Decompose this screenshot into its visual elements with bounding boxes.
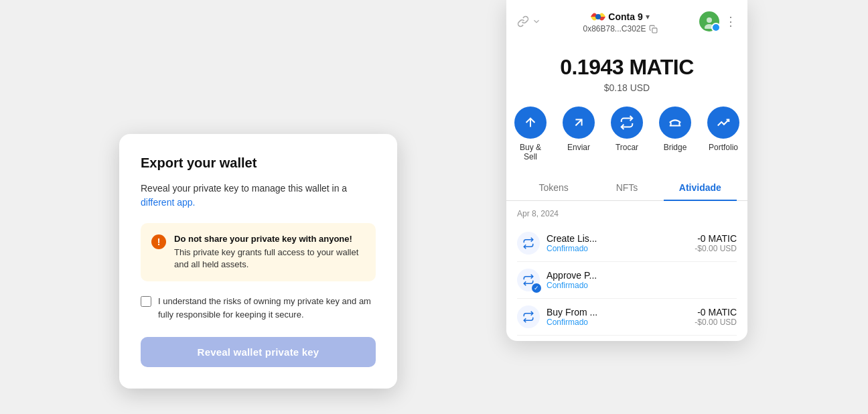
wallet-header: Conta 9 ▾ 0x86B78...C302E ⋮: [506, 0, 747, 39]
svg-point-1: [595, 14, 601, 19]
activity-section: Apr 8, 2024 Create Lis... Confirmado: [506, 201, 747, 336]
approve-name: Approve P...: [547, 270, 597, 281]
bridge-wrap: Bridge: [659, 107, 691, 161]
activity-item-left: Create Lis... Confirmado: [517, 232, 597, 255]
bridge-button[interactable]: [659, 107, 691, 139]
tab-atividade[interactable]: Atividade: [664, 176, 737, 201]
balance-section: 0.1943 MATIC $0.18 USD: [506, 39, 747, 107]
warning-icon: !: [151, 234, 166, 249]
portfolio-label: Portfolio: [709, 143, 738, 152]
create-lis-status: Confirmado: [547, 244, 597, 253]
account-logo: [591, 9, 605, 24]
approve-check-icon: ✓: [532, 283, 541, 293]
warning-box: ! Do not share your private key with any…: [141, 223, 376, 281]
activity-item-approve[interactable]: ✓ Approve P... Confirmado: [517, 262, 737, 299]
svg-line-7: [575, 119, 581, 125]
modal-description: Reveal your private key to manage this w…: [141, 182, 376, 210]
warning-body: This private key grants full access to y…: [174, 247, 365, 271]
buy-from-icon: [517, 305, 540, 328]
action-buttons: Buy & Sell Enviar Trocar: [506, 107, 747, 175]
warning-bold: Do not share your private key with anyon…: [174, 234, 365, 244]
understand-checkbox[interactable]: [141, 296, 151, 307]
account-info: Conta 9 ▾ 0x86B78...C302E: [541, 9, 699, 33]
more-icon[interactable]: ⋮: [725, 14, 737, 29]
export-modal: Export your wallet Reveal your private k…: [119, 134, 397, 389]
tabs-row: Tokens NFTs Atividade: [506, 175, 747, 201]
account-address: 0x86B78...C302E: [583, 24, 657, 33]
checkbox-row: I understand the risks of owning my priv…: [141, 295, 376, 321]
account-name: Conta 9: [608, 11, 642, 22]
buy-sell-button[interactable]: [514, 107, 547, 139]
warning-text: Do not share your private key with anyon…: [174, 234, 365, 271]
enviar-label: Enviar: [567, 143, 590, 152]
activity-item-left-approve: ✓ Approve P... Confirmado: [517, 269, 597, 291]
enviar-wrap: Enviar: [563, 107, 595, 161]
buy-sell-label: Buy & Sell: [514, 143, 547, 161]
checkbox-label: I understand the risks of owning my priv…: [158, 295, 376, 321]
activity-item-left-buy: Buy From ... Confirmado: [517, 305, 597, 328]
trocar-wrap: Trocar: [611, 107, 643, 161]
buy-from-name: Buy From ...: [547, 307, 597, 318]
create-lis-right: -0 MATIC -$0.00 USD: [695, 233, 737, 253]
copy-icon[interactable]: [649, 25, 658, 33]
create-lis-usd: -$0.00 USD: [695, 244, 737, 253]
svg-rect-2: [652, 27, 656, 32]
buy-sell-wrap: Buy & Sell: [514, 107, 547, 161]
buy-from-amount: -0 MATIC: [695, 307, 737, 318]
enviar-button[interactable]: [563, 107, 595, 139]
activity-item-buy-from[interactable]: Buy From ... Confirmado -0 MATIC -$0.00 …: [517, 299, 737, 336]
activity-date: Apr 8, 2024: [517, 209, 737, 218]
header-left: [517, 15, 541, 27]
link-icon[interactable]: [517, 15, 541, 27]
buy-from-usd: -$0.00 USD: [695, 318, 737, 327]
modal-title: Export your wallet: [141, 155, 376, 171]
create-lis-icon: [517, 232, 540, 255]
reveal-button[interactable]: Reveal wallet private key: [141, 337, 376, 367]
create-lis-name: Create Lis...: [547, 233, 597, 244]
create-lis-amount: -0 MATIC: [695, 233, 737, 244]
buy-from-right: -0 MATIC -$0.00 USD: [695, 307, 737, 327]
bridge-label: Bridge: [664, 143, 687, 152]
tab-tokens[interactable]: Tokens: [517, 176, 590, 201]
account-name-row[interactable]: Conta 9 ▾: [591, 9, 649, 24]
portfolio-button[interactable]: [707, 107, 739, 139]
approve-icon: ✓: [517, 269, 540, 291]
balance-amount: 0.1943 MATIC: [517, 55, 737, 80]
portfolio-wrap: Portfolio: [707, 107, 739, 161]
activity-item-create-lis[interactable]: Create Lis... Confirmado -0 MATIC -$0.00…: [517, 225, 737, 262]
buy-from-status: Confirmado: [547, 318, 597, 327]
trocar-button[interactable]: [611, 107, 643, 139]
svg-point-4: [707, 17, 712, 23]
different-app-link[interactable]: different app.: [141, 197, 195, 208]
avatar: [699, 11, 719, 31]
trocar-label: Trocar: [616, 143, 638, 152]
balance-usd: $0.18 USD: [517, 82, 737, 93]
approve-status: Confirmado: [547, 281, 597, 290]
header-right: ⋮: [699, 11, 737, 31]
tab-nfts[interactable]: NFTs: [590, 176, 663, 201]
wallet-panel: Conta 9 ▾ 0x86B78...C302E ⋮: [506, 0, 747, 341]
chevron-down-icon: ▾: [646, 12, 650, 21]
